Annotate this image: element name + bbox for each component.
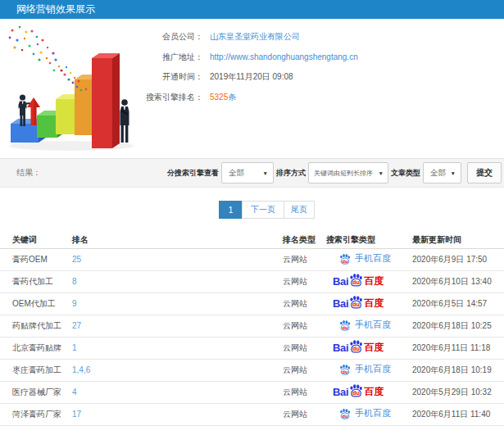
keyword-cell: 膏药OEM <box>0 248 72 270</box>
updated-cell: 2020年6月11日 11:18 <box>412 337 504 359</box>
member-info: 会员公司： 山东皇圣堂药业有限公司 推广地址： http://www.shand… <box>0 27 504 107</box>
svg-text:du: du <box>352 345 360 352</box>
baidu-logo[interactable]: Baidu百度 <box>326 273 384 290</box>
baidu-logo[interactable]: Baidu百度 <box>326 339 384 356</box>
mobile-baidu-link[interactable]: du手机百度 <box>326 407 391 419</box>
header-rank-type: 排名类型 <box>283 232 326 248</box>
engine-view-label: 分搜索引擎查看 <box>167 168 219 179</box>
info-row-open-time: 开通时间： 2019年11月20日 09:08 <box>0 67 504 88</box>
table-row: 枣庄膏药加工1,4,6云网站du手机百度2020年6月18日 10:19 <box>0 359 504 381</box>
rank-cell: 1 <box>72 337 283 359</box>
baidu-logo[interactable]: Baidu百度 <box>326 383 384 401</box>
company-label: 会员公司： <box>0 31 203 43</box>
baidu-paw-icon: du <box>349 295 363 309</box>
baidu-paw-icon: du <box>339 408 351 419</box>
info-row-rank-count: 搜索引擎排名： 5325条 <box>0 88 504 108</box>
page-last-button[interactable]: 尾页 <box>284 201 315 219</box>
rank-link[interactable]: 1 <box>72 343 77 352</box>
mobile-baidu-link[interactable]: du手机百度 <box>326 319 391 331</box>
rank-count-number: 5325 <box>210 93 228 102</box>
updated-cell: 2020年6月18日 10:19 <box>412 359 504 381</box>
pagination: 1 下一页 尾页 <box>15 200 504 220</box>
table-row: 膏药代加工8云网站Baidu百度2020年6月10日 13:40 <box>0 270 504 292</box>
rank-count-suffix: 条 <box>228 93 236 102</box>
rank-cell: 27 <box>72 315 283 337</box>
rank-type-cell: 云网站 <box>283 292 326 315</box>
title-bar: 网络营销效果展示 <box>0 0 504 19</box>
rank-type-cell: 云网站 <box>283 359 326 381</box>
engine-label: 手机百度 <box>355 407 391 419</box>
rank-link[interactable]: 1,4,6 <box>72 365 90 374</box>
chevron-down-icon: ▼ <box>263 170 268 176</box>
keyword-cell: 菏泽膏药厂家 <box>0 403 72 425</box>
filter-bar: 结果： 分搜索引擎查看 全部 ▼ 排序方式 关键词由短到长排序 ▼ 文章类型 全… <box>0 158 504 188</box>
engine-cell: Baidu百度 <box>326 381 412 403</box>
updated-cell: 2020年6月10日 13:40 <box>412 270 504 292</box>
header-engine-type: 搜索引擎类型 <box>326 232 412 248</box>
open-time-label: 开通时间： <box>0 71 203 83</box>
engine-view-selected: 全部 <box>229 168 244 179</box>
header-keyword: 关键词 <box>0 232 72 248</box>
submit-button[interactable]: 提交 <box>467 162 502 184</box>
filter-controls: 分搜索引擎查看 全部 ▼ 排序方式 关键词由短到长排序 ▼ 文章类型 全部 ▼ … <box>165 159 502 187</box>
baidu-bai-text: Bai <box>333 275 348 288</box>
rank-cell: 1,4,6 <box>72 359 283 381</box>
rank-link[interactable]: 27 <box>72 321 81 330</box>
svg-text:du: du <box>342 369 348 374</box>
keyword-cell: OEM代加工 <box>0 292 72 315</box>
mobile-baidu-link[interactable]: du手机百度 <box>326 252 391 265</box>
page-next-button[interactable]: 下一页 <box>242 201 284 219</box>
page-current: 1 <box>219 201 243 219</box>
updated-cell: 2020年6月18日 10:25 <box>412 315 504 337</box>
result-label: 结果： <box>16 167 41 179</box>
baidu-paw-icon: du <box>349 273 363 287</box>
article-type-select[interactable]: 全部 ▼ <box>423 162 461 184</box>
engine-label: 手机百度 <box>355 319 391 331</box>
baidu-cn-text: 百度 <box>364 385 384 399</box>
keyword-cell: 枣庄膏药加工 <box>0 359 72 381</box>
updated-cell: 2020年5月29日 10:32 <box>412 381 504 403</box>
keyword-cell: 医疗器械厂家 <box>0 381 72 403</box>
open-time-value: 2019年11月20日 09:08 <box>210 71 293 83</box>
rank-count-label: 搜索引擎排名： <box>0 92 203 103</box>
rank-link[interactable]: 4 <box>72 387 77 397</box>
engine-cell: Baidu百度 <box>326 270 412 292</box>
chevron-down-icon: ▼ <box>451 170 456 176</box>
article-type-label: 文章类型 <box>391 168 420 179</box>
rank-type-cell: 云网站 <box>283 248 326 270</box>
rank-cell: 9 <box>72 292 283 315</box>
mobile-baidu-link[interactable]: du手机百度 <box>326 363 391 375</box>
results-table-body: 膏药OEM25云网站du手机百度2020年6月9日 17:50膏药代加工8云网站… <box>0 248 504 425</box>
rank-link[interactable]: 17 <box>72 410 81 419</box>
keyword-cell: 药贴牌代加工 <box>0 315 72 337</box>
rank-type-cell: 云网站 <box>283 403 326 425</box>
header-rank: 排名 <box>72 232 283 248</box>
engine-label: 手机百度 <box>355 252 391 265</box>
engine-cell: du手机百度 <box>326 403 412 425</box>
engine-view-select[interactable]: 全部 ▼ <box>221 162 274 184</box>
rank-count-value: 5325条 <box>210 92 236 103</box>
svg-text:du: du <box>342 259 348 264</box>
updated-cell: 2020年6月5日 14:57 <box>412 292 504 315</box>
table-header-row: 关键词 排名 排名类型 搜索引擎类型 最新更新时间 <box>0 232 504 248</box>
engine-cell: Baidu百度 <box>326 337 412 359</box>
rank-link[interactable]: 9 <box>72 299 77 308</box>
engine-label: 手机百度 <box>355 363 391 375</box>
engine-cell: du手机百度 <box>326 315 412 337</box>
sort-select[interactable]: 关键词由短到长排序 ▼ <box>308 162 388 184</box>
info-section: 会员公司： 山东皇圣堂药业有限公司 推广地址： http://www.shand… <box>0 19 504 158</box>
rank-link[interactable]: 25 <box>72 255 81 264</box>
baidu-bai-text: Bai <box>333 297 348 310</box>
company-value-link[interactable]: 山东皇圣堂药业有限公司 <box>210 31 300 43</box>
rank-type-cell: 云网站 <box>283 270 326 292</box>
rank-type-cell: 云网站 <box>283 381 326 403</box>
chevron-down-icon: ▼ <box>379 170 384 176</box>
url-value-link[interactable]: http://www.shandonghuangshengtang.cn <box>210 52 358 61</box>
svg-text:du: du <box>352 389 360 397</box>
svg-text:du: du <box>342 325 348 330</box>
baidu-bai-text: Bai <box>333 342 348 354</box>
page-title: 网络营销效果展示 <box>16 3 95 15</box>
keyword-cell: 北京膏药贴牌 <box>0 337 72 359</box>
baidu-logo[interactable]: Baidu百度 <box>326 295 384 312</box>
rank-link[interactable]: 8 <box>72 277 77 286</box>
